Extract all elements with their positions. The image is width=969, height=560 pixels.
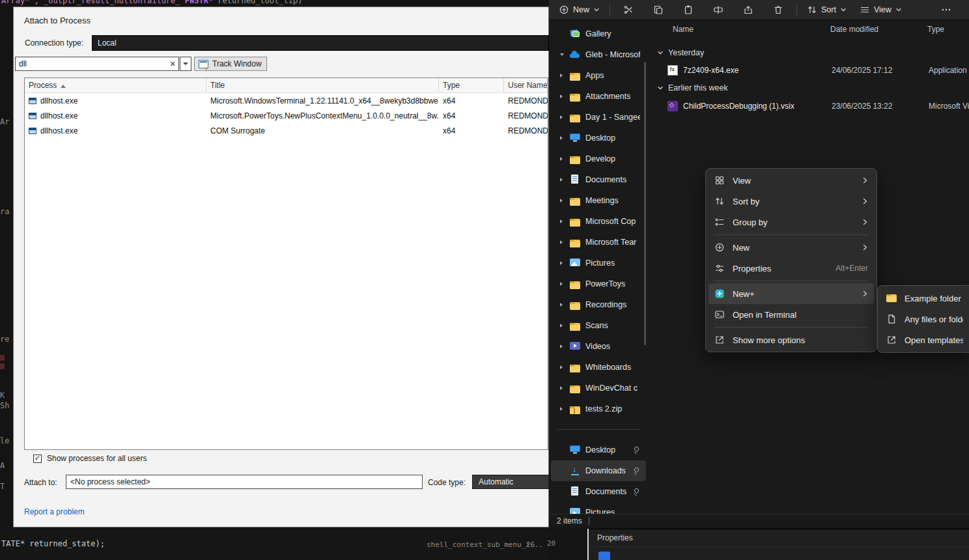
- column-header-date-modified[interactable]: Date modified: [830, 25, 927, 39]
- column-header-type[interactable]: Type: [927, 25, 969, 39]
- nav-item-whiteboards[interactable]: Whiteboards: [551, 357, 646, 378]
- chevron-right-icon[interactable]: [560, 199, 567, 203]
- group-label: Earlier this week: [668, 83, 728, 92]
- chevron-right-icon[interactable]: [560, 261, 567, 265]
- nav-item-day1[interactable]: Day 1 - Sangee: [551, 107, 646, 128]
- table-row[interactable]: dllhost.exe Microsoft.WindowsTerminal_1.…: [25, 93, 548, 108]
- chevron-right-icon[interactable]: [560, 324, 567, 328]
- submenu-item-any-files[interactable]: Any files or folde: [880, 309, 969, 329]
- share-button[interactable]: [733, 1, 763, 18]
- codelens-count[interactable]: 26: [526, 540, 535, 549]
- context-menu-item-show-more-options[interactable]: Show more options: [709, 329, 874, 350]
- context-menu-item-newplus[interactable]: New+: [709, 283, 874, 304]
- context-menu-item-sort-by[interactable]: Sort by: [709, 191, 874, 212]
- cut-button[interactable]: [613, 1, 643, 18]
- connection-type-combobox[interactable]: Local: [92, 35, 549, 51]
- chevron-right-icon[interactable]: [560, 115, 567, 119]
- column-header-process[interactable]: Process: [25, 78, 206, 92]
- nav-item-powertoys[interactable]: PowerToys: [551, 273, 646, 294]
- pin-icon: [634, 488, 640, 495]
- nav-item-develop[interactable]: Develop: [551, 148, 646, 169]
- column-header-title[interactable]: Title: [206, 78, 439, 92]
- group-header-yesterday[interactable]: Yesterday: [657, 47, 704, 59]
- paste-button[interactable]: [673, 1, 703, 18]
- delete-button[interactable]: [763, 1, 793, 18]
- chevron-right-icon[interactable]: [560, 157, 567, 161]
- chevron-down-icon[interactable]: [560, 53, 567, 56]
- show-all-users-checkbox-row[interactable]: Show processes for all users: [33, 454, 147, 463]
- chevron-right-icon[interactable]: [560, 365, 567, 369]
- menu-label: Sort by: [733, 197, 854, 206]
- rename-button[interactable]: [703, 1, 733, 18]
- chevron-right-icon[interactable]: [560, 74, 567, 77]
- nav-item-documents[interactable]: Documents: [551, 169, 646, 190]
- new-button[interactable]: New: [552, 1, 606, 18]
- submenu-item-open-templates[interactable]: Open templates: [880, 329, 969, 350]
- nav-item-microsoft-copilot[interactable]: Microsoft Cop: [551, 211, 646, 232]
- pin-icon: [634, 468, 640, 474]
- column-header-name[interactable]: Name: [673, 25, 830, 39]
- context-menu-item-group-by[interactable]: Group by: [709, 212, 874, 232]
- attach-to-value: <No process selected>: [70, 477, 150, 486]
- nav-item-windevchat[interactable]: WinDevChat c: [551, 378, 646, 399]
- file-row[interactable]: 7z2409-x64.exe 24/06/2025 17:12 Applicat…: [667, 64, 969, 77]
- sort-button[interactable]: Sort: [800, 1, 853, 18]
- filter-dropdown-button[interactable]: [180, 57, 191, 71]
- copy-button[interactable]: [643, 1, 673, 18]
- report-a-problem-link[interactable]: Report a problem: [24, 507, 85, 516]
- nav-item-attachments[interactable]: Attachments: [551, 86, 646, 107]
- track-window-button[interactable]: Track Window: [194, 57, 267, 71]
- code-type-combobox[interactable]: Automatic: [472, 475, 549, 489]
- chevron-right-icon[interactable]: [560, 386, 567, 390]
- clear-filter-icon[interactable]: ✕: [167, 60, 178, 68]
- nav-item-microsoft-teams[interactable]: Microsoft Tear: [551, 232, 646, 253]
- context-menu-item-open-in-terminal[interactable]: Open in Terminal: [709, 304, 874, 325]
- chevron-right-icon[interactable]: [560, 178, 567, 182]
- chevron-right-icon[interactable]: [560, 407, 567, 411]
- chevron-right-icon[interactable]: [560, 344, 567, 348]
- context-menu-item-view[interactable]: View: [709, 170, 874, 191]
- nav-item-apps[interactable]: Apps: [551, 65, 646, 86]
- file-icon: [886, 314, 897, 324]
- checkbox-checked-icon[interactable]: [33, 455, 42, 463]
- nav-item-desktop[interactable]: Desktop: [551, 128, 646, 148]
- table-row[interactable]: dllhost.exe COM Surrogate x64 REDMOND: [25, 123, 548, 138]
- chevron-right-icon[interactable]: [560, 303, 567, 307]
- nav-item-desktop-pinned[interactable]: Desktop: [551, 440, 646, 460]
- status-separator: [589, 517, 589, 525]
- nav-item-recordings[interactable]: Recordings: [551, 294, 646, 315]
- nav-item-scans[interactable]: Scans: [551, 315, 646, 336]
- more-options-button[interactable]: [931, 1, 961, 18]
- nav-item-pictures-pinned[interactable]: Pictures: [551, 502, 646, 514]
- nav-scrollbar[interactable]: [644, 62, 646, 345]
- nav-item-onedrive[interactable]: Gleb - Microsof: [551, 44, 646, 65]
- nav-label: Meetings: [585, 196, 619, 205]
- submenu-item-example-folder[interactable]: Example folder: [880, 288, 969, 309]
- nav-label: Gallery: [585, 29, 611, 38]
- nav-item-meetings[interactable]: Meetings: [551, 190, 646, 211]
- nav-item-documents-pinned[interactable]: Documents: [551, 481, 646, 502]
- nav-item-videos[interactable]: Videos: [551, 336, 646, 357]
- context-menu-item-new[interactable]: New: [709, 237, 874, 258]
- nav-item-pictures[interactable]: Pictures: [551, 253, 646, 273]
- chevron-right-icon[interactable]: [560, 282, 567, 286]
- column-header-type[interactable]: Type: [439, 78, 504, 92]
- chevron-right-icon[interactable]: [560, 94, 567, 98]
- nav-item-gallery[interactable]: Gallery: [551, 23, 646, 44]
- nav-item-downloads-pinned[interactable]: Downloads: [551, 460, 646, 481]
- folder-icon: [570, 302, 580, 310]
- group-header-earlier-this-week[interactable]: Earlier this week: [657, 82, 728, 94]
- chevron-right-icon[interactable]: [560, 219, 567, 223]
- file-row[interactable]: ChildProcessDebugging (1).vsix 23/06/202…: [667, 100, 969, 113]
- chevron-right-icon[interactable]: [560, 240, 567, 244]
- column-header-username[interactable]: User Name: [504, 78, 548, 92]
- chevron-right-icon[interactable]: [560, 136, 567, 140]
- nav-label: Recordings: [585, 300, 626, 309]
- view-button[interactable]: View: [853, 1, 908, 18]
- attach-to-field[interactable]: <No process selected>: [66, 475, 423, 489]
- nav-item-tests-zip[interactable]: tests 2.zip: [551, 399, 646, 419]
- process-filter-input[interactable]: dll ✕: [15, 57, 179, 71]
- codelens-reference[interactable]: shell_context_sub_menu_i...: [427, 540, 543, 549]
- context-menu-item-properties[interactable]: Properties Alt+Enter: [709, 258, 874, 279]
- table-row[interactable]: dllhost.exe Microsoft.PowerToys.NewPlusC…: [25, 108, 548, 123]
